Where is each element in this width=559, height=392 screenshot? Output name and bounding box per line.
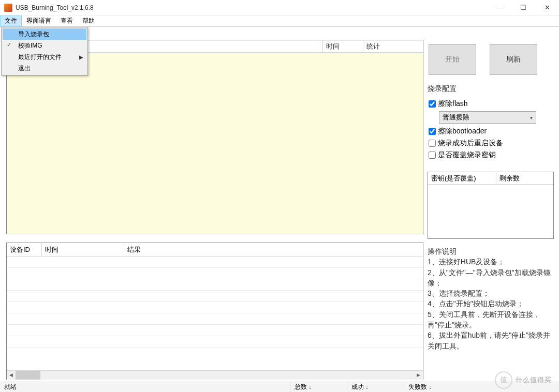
instruction-line: 1、连接好HUB及设备；	[428, 257, 554, 267]
menu-language[interactable]: 界面语言	[22, 16, 56, 26]
table-row	[7, 279, 423, 291]
table-row	[7, 291, 423, 302]
file-dropdown: 导入烧录包 ✓ 校验IMG 最近打开的文件 ▶ 退出	[1, 27, 88, 76]
menu-file[interactable]: 文件	[0, 16, 22, 26]
maximize-button[interactable]: ☐	[511, 0, 535, 16]
col-key: 密钥(是否覆盖)	[428, 172, 496, 185]
reboot-after-checkbox[interactable]: 烧录成功后重启设备	[429, 139, 554, 148]
status-ready: 就绪	[0, 382, 290, 392]
device-table: 设备ID 时间 结果 ◀ ▶	[6, 243, 423, 380]
statusbar: 就绪 总数： 成功： 失败数：	[0, 382, 559, 392]
window-controls: — ☐ ✕	[488, 0, 559, 16]
config-box: 擦除flash 普通擦除 ▾ 擦除bootloader 烧录成功后重启设备 是否…	[428, 97, 554, 162]
menu-item-label: 校验IMG	[18, 41, 42, 50]
menu-view[interactable]: 查看	[56, 16, 78, 26]
menu-item-label: 退出	[18, 64, 31, 73]
minimize-button[interactable]: —	[488, 0, 511, 16]
col-time: 时间	[323, 40, 363, 52]
scroll-thumb[interactable]	[16, 371, 40, 380]
menu-verify-img[interactable]: ✓ 校验IMG	[3, 40, 86, 51]
menu-item-label: 导入烧录包	[18, 30, 49, 39]
right-panel: 开始 刷新 烧录配置 擦除flash 普通擦除 ▾ 擦除bootloader 烧…	[425, 27, 559, 382]
menu-item-label: 最近打开的文件	[18, 53, 62, 62]
table-row	[7, 336, 423, 348]
key-table-header: 密钥(是否覆盖) 剩余数	[428, 172, 553, 185]
checkbox-label: 擦除bootloader	[438, 127, 487, 136]
device-rows	[7, 257, 423, 370]
table-row	[7, 257, 423, 268]
erase-flash-checkbox[interactable]: 擦除flash	[429, 99, 554, 109]
menu-recent-files[interactable]: 最近打开的文件 ▶	[3, 51, 86, 63]
scroll-track[interactable]	[16, 371, 414, 380]
scroll-left-icon[interactable]: ◀	[7, 371, 16, 380]
log-area	[7, 53, 423, 234]
chevron-down-icon: ▾	[530, 115, 533, 120]
start-button[interactable]: 开始	[429, 44, 476, 75]
checkbox-input[interactable]	[429, 128, 436, 135]
select-value: 普通擦除	[443, 113, 469, 122]
instruction-line: 2、从"文件"—"导入烧录包"加载烧录镜像；	[428, 267, 554, 289]
instructions-title: 操作说明	[428, 246, 554, 257]
col-remain: 剩余数	[496, 172, 553, 185]
instruction-line: 6、拔出外置hub前，请先"停止"烧录并关闭工具。	[428, 330, 554, 351]
erase-mode-select[interactable]: 普通擦除 ▾	[439, 111, 536, 124]
instruction-line: 5、关闭工具前，先断开设备连接，再"停止"烧录。	[428, 309, 554, 330]
table-row	[7, 313, 423, 325]
col-stats: 统计	[363, 40, 423, 52]
status-total: 总数：	[290, 382, 347, 392]
check-icon: ✓	[7, 41, 11, 48]
menubar: 文件 界面语言 查看 帮助	[0, 16, 559, 27]
checkbox-label: 烧录成功后重启设备	[438, 139, 503, 148]
instructions: 操作说明 1、连接好HUB及设备； 2、从"文件"—"导入烧录包"加载烧录镜像；…	[428, 246, 554, 351]
app-icon	[4, 4, 12, 12]
close-button[interactable]: ✕	[535, 0, 559, 16]
chevron-right-icon: ▶	[79, 54, 83, 60]
content-area: 时间 统计 设备ID 时间 结果 ◀	[0, 27, 559, 382]
status-fail: 失败数：	[404, 382, 559, 392]
menu-help[interactable]: 帮助	[78, 16, 99, 26]
erase-bootloader-checkbox[interactable]: 擦除bootloader	[429, 127, 554, 136]
checkbox-input[interactable]	[429, 100, 436, 108]
titlebar: USB_Burning_Tool_v2.1.6.8 — ☐ ✕	[0, 0, 559, 16]
col-device-time: 时间	[42, 243, 124, 257]
refresh-button[interactable]: 刷新	[490, 44, 537, 75]
checkbox-input[interactable]	[429, 140, 436, 147]
status-success: 成功：	[347, 382, 404, 392]
overwrite-key-checkbox[interactable]: 是否覆盖烧录密钥	[429, 150, 554, 160]
col-device-result: 结果	[124, 243, 423, 257]
col-device-id: 设备ID	[7, 243, 42, 257]
checkbox-label: 擦除flash	[438, 99, 468, 109]
config-title: 烧录配置	[428, 84, 554, 94]
checkbox-input[interactable]	[429, 152, 436, 159]
action-buttons: 开始 刷新	[429, 44, 554, 75]
left-panel: 时间 统计 设备ID 时间 结果 ◀	[0, 27, 425, 382]
instruction-line: 4、点击"开始"按钮启动烧录；	[428, 298, 554, 309]
table-row	[7, 325, 423, 336]
table-row	[7, 268, 423, 279]
checkbox-label: 是否覆盖烧录密钥	[438, 150, 496, 160]
menu-import-package[interactable]: 导入烧录包	[3, 28, 86, 40]
table-row	[7, 302, 423, 313]
instruction-line: 3、选择烧录配置；	[428, 288, 554, 298]
scroll-right-icon[interactable]: ▶	[414, 371, 423, 380]
window-title: USB_Burning_Tool_v2.1.6.8	[16, 4, 488, 11]
horizontal-scrollbar[interactable]: ◀ ▶	[7, 370, 423, 379]
key-table: 密钥(是否覆盖) 剩余数	[428, 172, 554, 239]
device-table-header: 设备ID 时间 结果	[7, 243, 423, 257]
menu-exit[interactable]: 退出	[3, 63, 86, 74]
